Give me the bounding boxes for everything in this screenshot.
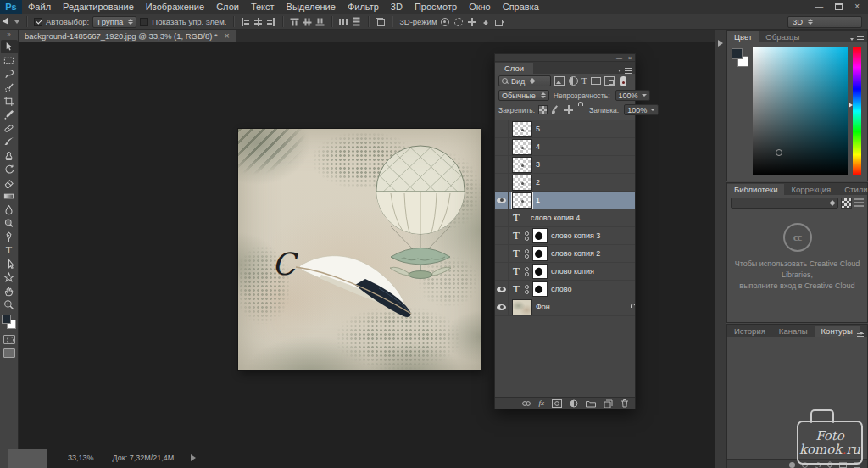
menu-help[interactable]: Справка — [497, 0, 545, 14]
fill-path-icon[interactable] — [789, 462, 795, 468]
screen-mode-icon[interactable] — [3, 348, 15, 358]
layer-thumbnail[interactable] — [512, 139, 532, 155]
distribute-v-icon[interactable] — [353, 17, 361, 26]
visibility-toggle[interactable] — [495, 120, 509, 138]
visibility-toggle[interactable] — [495, 192, 509, 209]
layers-minimize-icon[interactable]: — — [616, 55, 622, 61]
pen-tool[interactable] — [1, 230, 18, 243]
tab-adjustments[interactable]: Коррекция — [784, 184, 837, 195]
filter-adjustment-layers-icon[interactable] — [568, 76, 578, 86]
lock-position-icon[interactable] — [564, 105, 573, 114]
custom-shape-tool[interactable] — [1, 270, 18, 284]
align-right-icon[interactable] — [266, 18, 275, 26]
document-tab-close-icon[interactable]: × — [225, 31, 230, 41]
workspace-switcher[interactable]: 3D — [787, 16, 862, 28]
delete-layer-icon[interactable] — [620, 398, 629, 408]
path-selection-tool[interactable] — [1, 257, 18, 270]
align-bottom-icon[interactable] — [316, 17, 325, 26]
visibility-toggle[interactable] — [495, 156, 509, 174]
brush-tool[interactable] — [1, 135, 18, 148]
layer-row[interactable]: 3 — [495, 156, 635, 174]
layer-row[interactable]: T слово копия — [495, 263, 635, 281]
layer-style-icon[interactable]: fx — [539, 399, 545, 407]
layer-thumbnail[interactable] — [512, 175, 532, 191]
menu-file[interactable]: Файл — [22, 0, 57, 14]
filter-pixel-layers-icon[interactable] — [554, 76, 565, 86]
layer-row[interactable]: T слово копия 3 — [495, 227, 635, 245]
tab-libraries[interactable]: Библиотеки — [727, 184, 784, 195]
filter-shape-layers-icon[interactable] — [591, 76, 601, 86]
eyedropper-tool[interactable] — [1, 108, 18, 121]
lock-pixels-icon[interactable] — [551, 105, 560, 114]
hand-tool[interactable] — [1, 284, 18, 298]
layer-mask-thumbnail[interactable] — [532, 264, 548, 279]
autoselect-checkbox[interactable] — [34, 18, 42, 26]
layer-row-selected[interactable]: 1 — [495, 192, 635, 209]
distribute-h-icon[interactable] — [339, 18, 348, 26]
zoom-level-field[interactable]: 33,13% — [68, 454, 94, 462]
autoselect-target-dropdown[interactable]: Группа — [92, 16, 136, 28]
opacity-value[interactable]: 100% — [615, 90, 650, 101]
filter-type-layers-icon[interactable]: T — [581, 76, 587, 86]
panel-menu-icon[interactable] — [618, 67, 632, 74]
tab-color[interactable]: Цвет — [727, 31, 759, 42]
menu-3d[interactable]: 3D — [385, 0, 409, 14]
layer-filter-dropdown[interactable]: Вид — [498, 75, 551, 86]
layer-thumbnail[interactable] — [512, 299, 532, 315]
menu-view[interactable]: Просмотр — [409, 0, 463, 14]
layer-thumbnail[interactable] — [512, 192, 532, 209]
visibility-toggle[interactable] — [495, 263, 509, 281]
color-cursor-icon[interactable] — [776, 149, 782, 156]
dodge-tool[interactable] — [1, 216, 18, 230]
3d-zoom-camera-icon[interactable] — [494, 17, 504, 27]
saturation-brightness-field[interactable] — [753, 47, 848, 176]
3d-roll-icon[interactable] — [453, 17, 464, 27]
minimize-button[interactable]: — — [815, 3, 823, 11]
menu-filter[interactable]: Фильтр — [342, 0, 385, 14]
menu-window[interactable]: Окно — [463, 0, 497, 14]
clone-stamp-tool[interactable] — [1, 148, 18, 162]
quick-selection-tool[interactable] — [1, 81, 18, 94]
layer-row[interactable]: 4 — [495, 138, 635, 156]
align-center-h-icon[interactable] — [253, 18, 263, 26]
visibility-toggle[interactable] — [495, 174, 509, 192]
gradient-tool[interactable] — [1, 189, 18, 203]
align-left-icon[interactable] — [241, 18, 250, 26]
move-tool-preset-icon[interactable] — [3, 17, 14, 29]
layer-row[interactable]: T слово копия 4 — [495, 209, 635, 227]
lock-transparency-icon[interactable] — [538, 105, 548, 114]
tab-styles[interactable]: Стили — [837, 184, 868, 195]
visibility-toggle[interactable] — [495, 298, 509, 316]
close-button[interactable]: × — [854, 3, 860, 11]
filter-smart-objects-icon[interactable] — [604, 76, 615, 86]
list-view-icon[interactable] — [854, 198, 864, 208]
fill-value[interactable]: 100% — [624, 104, 659, 115]
blur-tool[interactable] — [1, 203, 18, 216]
layers-window-titlebar[interactable]: — × — [495, 54, 635, 62]
align-center-v-icon[interactable] — [303, 17, 312, 26]
3d-pan-icon[interactable] — [467, 17, 477, 27]
tab-paths[interactable]: Контуры — [815, 326, 860, 337]
layer-thumbnail[interactable] — [512, 157, 532, 173]
menu-select[interactable]: Выделение — [281, 0, 342, 14]
move-tool[interactable] — [1, 40, 18, 53]
layers-close-icon[interactable]: × — [628, 55, 632, 61]
menu-layers[interactable]: Слои — [210, 0, 245, 14]
tab-history[interactable]: История — [727, 326, 772, 337]
document-canvas[interactable]: C — [238, 129, 481, 370]
toolbar-collapse-icon[interactable]: » — [7, 30, 10, 40]
menu-type[interactable]: Текст — [245, 0, 281, 14]
restore-button[interactable] — [835, 3, 843, 10]
layer-row-background[interactable]: Фон — [495, 298, 635, 316]
zoom-tool[interactable] — [1, 298, 18, 311]
layer-row[interactable]: 2 — [495, 174, 635, 192]
tab-swatches[interactable]: Образцы — [759, 31, 806, 42]
type-tool[interactable]: T — [1, 243, 18, 257]
show-transform-checkbox[interactable] — [140, 18, 148, 26]
blend-mode-dropdown[interactable]: Обычные — [498, 90, 549, 101]
layer-mask-thumbnail[interactable] — [532, 246, 548, 261]
hue-marker-icon[interactable] — [849, 103, 855, 108]
3d-slide-icon[interactable] — [481, 17, 491, 27]
auto-align-icon[interactable] — [376, 18, 385, 26]
tool-preset-arrow-icon[interactable] — [14, 20, 19, 26]
